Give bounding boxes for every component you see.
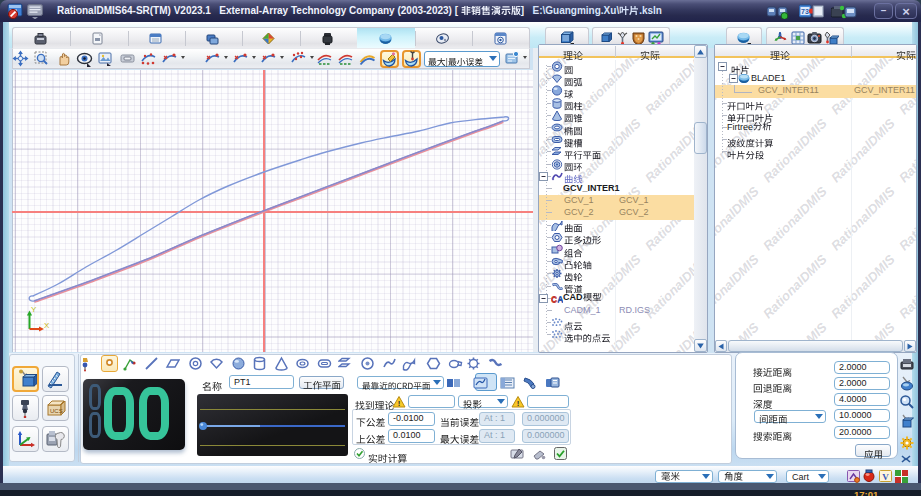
svg-text:73: 73 [801,8,809,15]
svg-text:!: ! [517,399,520,408]
svg-text:Y: Y [31,305,37,314]
svg-text:CAD: CAD [551,295,563,305]
svg-text:V: V [882,472,889,482]
svg-text:X: X [44,321,50,330]
svg-text:!: ! [398,399,401,408]
svg-text:UCS: UCS [50,408,63,414]
